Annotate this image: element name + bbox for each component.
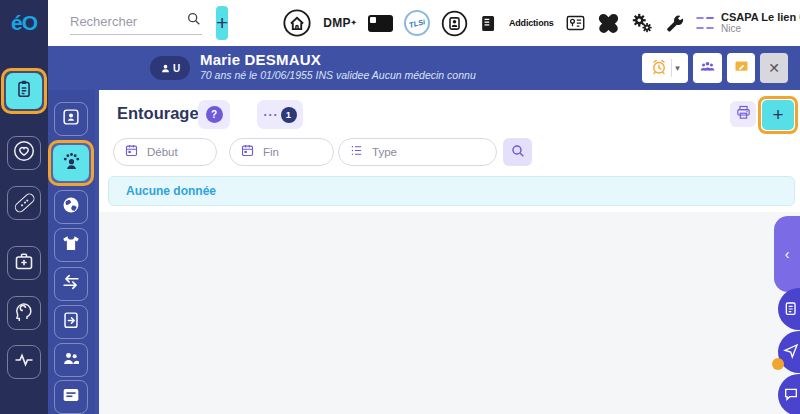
- sidebar-item-globe[interactable]: [54, 190, 88, 224]
- card-lines-icon: [60, 384, 82, 410]
- filter-row: [95, 138, 800, 166]
- patient-badge[interactable]: U: [150, 56, 190, 80]
- app-window: éO: [0, 0, 800, 414]
- group-icon: [698, 57, 717, 79]
- sidebar-item-bandage[interactable]: [7, 186, 41, 220]
- clipboard-icon: [13, 78, 35, 104]
- section-help-button[interactable]: ?: [198, 100, 230, 129]
- home-icon[interactable]: [282, 8, 312, 38]
- patient-name: Marie DESMAUX: [200, 51, 321, 68]
- sidebar-item-head-heart[interactable]: [7, 136, 41, 170]
- page-title: Entourage: [117, 104, 199, 123]
- id-badge-icon: [60, 106, 82, 132]
- clipboard-arrow-icon: [60, 309, 82, 335]
- first-aid-kit-icon: [12, 249, 36, 277]
- dmp-icon[interactable]: DMP✦: [323, 16, 357, 30]
- black-card-icon[interactable]: [368, 15, 393, 32]
- printer-icon: [735, 104, 752, 124]
- filter-fin-input[interactable]: [263, 146, 328, 158]
- search-icon: [510, 143, 526, 162]
- sidebar-item-transfer[interactable]: [54, 267, 88, 301]
- sidebar-item-pulse[interactable]: [7, 345, 41, 379]
- send-icon: [783, 343, 799, 359]
- topbar-icons: DMP✦ TLSi Addictions: [282, 8, 714, 38]
- relations-button[interactable]: [693, 53, 722, 83]
- collapse-panel-tab[interactable]: ‹: [774, 216, 800, 292]
- gears-icon[interactable]: [631, 12, 653, 34]
- filter-search-button[interactable]: [503, 138, 532, 166]
- outer-sidebar: éO: [0, 0, 48, 414]
- entourage-group-icon: [60, 150, 83, 177]
- logo-text: éO: [11, 11, 37, 35]
- add-entry-highlight: +: [758, 96, 798, 134]
- patient-banner: U Marie DESMAUX 70 ans né le 01/06/1955 …: [48, 46, 800, 90]
- global-add-button[interactable]: +: [216, 6, 228, 40]
- global-search: [70, 11, 202, 35]
- sidebar-item-first-aid[interactable]: [7, 246, 41, 280]
- ellipsis-icon: ···: [264, 108, 279, 122]
- globe-icon: [60, 194, 82, 220]
- chat-icon: [783, 386, 799, 402]
- close-patient-button[interactable]: ✕: [760, 53, 788, 83]
- calendar-icon: [124, 143, 139, 162]
- question-icon: ?: [206, 106, 223, 123]
- filter-type: [338, 138, 497, 166]
- wrench-icon[interactable]: [664, 13, 685, 34]
- empty-state-bar: Aucune donnée: [108, 176, 795, 206]
- document-icon: [783, 300, 799, 318]
- filter-fin: [229, 138, 334, 166]
- reminder-button[interactable]: ▾: [642, 53, 688, 83]
- alarm-icon: [650, 58, 668, 79]
- banner-actions: ▾: [642, 53, 788, 83]
- transfer-arrows-icon: [60, 271, 82, 297]
- sidebar-item-id-badge[interactable]: [54, 102, 88, 136]
- inner-sidebar: [48, 90, 95, 414]
- addictions-icon[interactable]: Addictions: [509, 19, 554, 28]
- print-button[interactable]: [730, 101, 756, 127]
- app-logo[interactable]: éO: [0, 0, 48, 46]
- person-icon: [160, 63, 171, 74]
- main-content: Entourage ? ··· 1 +: [95, 90, 800, 414]
- sidebar-item-card-lines[interactable]: [54, 380, 88, 414]
- topbar: + DMP✦ TLSi: [48, 0, 800, 46]
- bandages-icon[interactable]: [597, 12, 620, 35]
- sidebar-item-clipboard-arrow[interactable]: [54, 305, 88, 339]
- sidebar-item-tshirt[interactable]: [54, 228, 88, 262]
- sidebar-item-head-profile[interactable]: [7, 296, 41, 330]
- note-edit-button[interactable]: [727, 53, 755, 83]
- chevron-down-icon: ▾: [675, 63, 680, 73]
- pulse-icon: [12, 348, 36, 376]
- menu-count-badge: 1: [281, 107, 297, 123]
- empty-message: Aucune donnée: [126, 184, 216, 198]
- chevron-left-icon: ‹: [785, 246, 790, 262]
- content-background: [99, 212, 800, 414]
- org-name: CSAPA Le lien 06: [721, 12, 800, 23]
- tlsi-logo[interactable]: TLSi: [404, 10, 430, 36]
- head-profile-icon: [12, 299, 36, 327]
- sidebar-item-entourage[interactable]: [53, 145, 89, 181]
- directory-icon[interactable]: [479, 13, 498, 34]
- search-input[interactable]: [70, 14, 186, 29]
- bandage-icon: [12, 192, 35, 214]
- organization[interactable]: CSAPA Le lien 06 Nice: [721, 12, 800, 34]
- sidebar-item-two-people[interactable]: [54, 343, 88, 377]
- divider: [671, 59, 672, 77]
- patient-record-icon[interactable]: [441, 10, 468, 37]
- two-people-icon: [60, 347, 82, 373]
- org-city: Nice: [721, 23, 800, 34]
- add-entry-button[interactable]: +: [762, 100, 794, 130]
- sidebar-item-records[interactable]: [6, 73, 42, 109]
- note-edit-icon: [733, 58, 750, 78]
- search-icon[interactable]: [186, 11, 202, 31]
- section-menu-button[interactable]: ··· 1: [257, 100, 303, 129]
- patient-badge-letter: U: [173, 63, 180, 74]
- notification-dot: [772, 358, 784, 370]
- sidebar-item-records-highlight: [1, 68, 47, 114]
- filter-type-input[interactable]: [372, 146, 475, 158]
- calendar-icon: [240, 143, 255, 162]
- filter-debut-input[interactable]: [147, 146, 211, 158]
- apps-grid-icon[interactable]: [696, 14, 715, 33]
- map-location-icon[interactable]: [565, 14, 586, 33]
- list-icon: [349, 143, 364, 162]
- patient-details: 70 ans né le 01/06/1955 INS validee Aucu…: [200, 69, 476, 81]
